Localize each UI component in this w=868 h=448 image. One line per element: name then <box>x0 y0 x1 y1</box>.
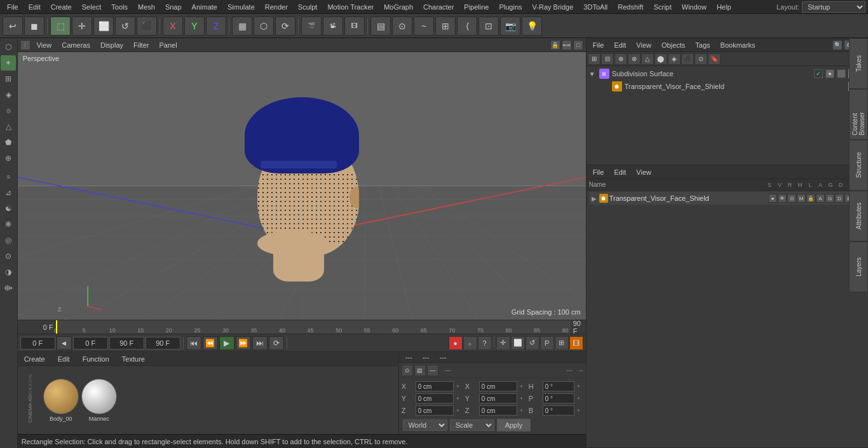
x-axis-button[interactable]: X <box>163 17 183 36</box>
sidebar-icon-13[interactable]: ⊙ <box>1 248 16 264</box>
refresh-button[interactable]: ⟳ <box>275 17 295 36</box>
menu-mograph[interactable]: MoGraph <box>379 2 417 12</box>
apply-button[interactable]: Apply <box>497 419 531 431</box>
timeline-ruler[interactable]: 0 5 10 15 20 25 30 35 40 45 50 55 60 65 … <box>56 320 571 334</box>
render-view-button[interactable]: 🎬 <box>301 17 322 36</box>
layer-btn-vis[interactable]: 👁 <box>778 194 787 203</box>
anim-key-btn[interactable]: ⬦ <box>463 336 477 350</box>
obj-check-subdivision[interactable]: ✓ <box>814 69 823 78</box>
viewport-menu-panel[interactable]: Panel <box>155 40 180 50</box>
menu-vray[interactable]: V-Ray Bridge <box>528 2 578 12</box>
layer-btn-lock[interactable]: 🔒 <box>806 194 815 203</box>
scale-button[interactable]: ⬜ <box>93 17 114 36</box>
material-ball-mannec[interactable] <box>81 379 117 414</box>
layer-btn-deform[interactable]: D <box>835 194 844 203</box>
obj-tool-5[interactable]: △ <box>641 53 654 65</box>
anim-to-start[interactable]: ⏮ <box>186 336 201 350</box>
sidebar-icon-10[interactable]: ☯ <box>1 201 16 216</box>
menu-redshift[interactable]: Redshift <box>613 2 648 12</box>
vp-ctrl-max[interactable]: □ <box>573 40 583 50</box>
obj-tool-3[interactable]: ⊕ <box>614 53 627 65</box>
undo-button[interactable]: ↩ <box>3 17 23 36</box>
obj-tool-1[interactable]: ⊞ <box>588 53 600 65</box>
attr-icon-1[interactable]: ⊙ <box>402 365 413 376</box>
obj-menu-objects[interactable]: Objects <box>658 40 689 50</box>
camera-button[interactable]: 📷 <box>500 17 520 36</box>
obj-tool-9[interactable]: ⊙ <box>695 53 707 65</box>
sidebar-icon-7[interactable]: ⬟ <box>1 135 16 150</box>
sidebar-icon-12[interactable]: ◎ <box>1 233 16 248</box>
vp-ctrl-lock[interactable]: 🔒 <box>550 40 560 50</box>
menu-animate[interactable]: Animate <box>187 2 222 12</box>
menu-pipeline[interactable]: Pipeline <box>459 2 493 12</box>
coord-x2-field[interactable] <box>479 381 517 391</box>
menu-select[interactable]: Select <box>78 2 106 12</box>
obj-extra-subdivision[interactable] <box>837 69 846 78</box>
obj-tool-6[interactable]: ⬤ <box>654 53 667 65</box>
menu-sculpt[interactable]: Sculpt <box>294 2 322 12</box>
obj-tool-7[interactable]: ◈ <box>668 53 681 65</box>
scale-dropdown[interactable]: Scale <box>450 419 494 431</box>
tab-layers[interactable]: Layers <box>849 241 868 292</box>
anim-end-frame-1[interactable] <box>109 337 144 350</box>
y-axis-button[interactable]: Y <box>184 17 205 36</box>
sidebar-icon-5[interactable]: ⌾ <box>1 103 16 118</box>
obj-search-icon[interactable]: 🔍 <box>832 40 843 50</box>
material-mannec[interactable]: Mannec <box>81 379 117 422</box>
material-menu-create[interactable]: Create <box>20 354 49 364</box>
sphere-button[interactable]: ⊙ <box>392 17 412 36</box>
anim-grid-btn[interactable]: ⊞ <box>555 336 569 350</box>
sidebar-icon-8[interactable]: ⊕ <box>1 151 16 166</box>
layer-btn-anim[interactable]: A <box>816 194 825 203</box>
obj-row-subdivision[interactable]: ▼ ⊞ Subdivision Surface ✓ ● ⋮ <box>589 67 865 80</box>
scene-button[interactable]: ⊡ <box>478 17 499 36</box>
deform-button[interactable]: ⟨ <box>457 17 477 36</box>
tab-content-browser[interactable]: Content Browser <box>849 89 868 140</box>
anim-end-frame-2[interactable] <box>146 337 180 350</box>
spline-button[interactable]: ~ <box>414 17 434 36</box>
move-button[interactable]: ✛ <box>72 17 92 36</box>
attr-icon-2[interactable]: ▤ <box>414 365 426 376</box>
coord-b-field[interactable] <box>543 405 574 416</box>
tab-attributes[interactable]: Attributes <box>849 191 868 241</box>
viewport-menu-view[interactable]: View <box>33 40 56 50</box>
sidebar-icon-11[interactable]: ❋ <box>1 217 16 232</box>
sidebar-icon-6[interactable]: △ <box>1 119 16 134</box>
menu-character[interactable]: Character <box>419 2 458 12</box>
cube-3d-button[interactable]: ▤ <box>370 17 391 36</box>
layer-btn-render[interactable]: ⊙ <box>787 194 796 203</box>
select-button[interactable]: ⬚ <box>50 17 71 36</box>
menu-simulate[interactable]: Simulate <box>223 2 259 12</box>
light-button[interactable]: 💡 <box>522 17 542 36</box>
obj-expand-subdivision[interactable]: ▼ <box>589 71 597 78</box>
sidebar-icon-14[interactable]: ◑ <box>1 264 16 280</box>
stop-button[interactable]: ◼ <box>24 17 44 36</box>
obj-tool-10[interactable]: 🔖 <box>708 53 721 65</box>
coord-p-field[interactable] <box>543 393 574 404</box>
obj-menu-bookmarks[interactable]: Bookmarks <box>717 40 759 50</box>
anim-record-btn[interactable]: ● <box>449 336 463 350</box>
anim-move-btn[interactable]: ✛ <box>496 336 510 350</box>
anim-loop[interactable]: ⟳ <box>269 336 284 350</box>
menu-snap[interactable]: Snap <box>161 2 186 12</box>
anim-play[interactable]: ▶ <box>219 336 234 350</box>
sidebar-icon-4[interactable]: ◈ <box>1 87 16 102</box>
anim-box-btn[interactable]: ⬜ <box>511 336 525 350</box>
obj-menu-view[interactable]: View <box>632 40 655 50</box>
anim-pin-btn[interactable]: P <box>540 336 554 350</box>
layer-btn-solo[interactable]: ● <box>768 194 777 203</box>
layer-menu-view[interactable]: View <box>632 167 655 177</box>
menu-window[interactable]: Window <box>677 2 711 12</box>
sidebar-icon-1[interactable]: ⬡ <box>1 39 16 55</box>
obj-row-visor[interactable]: ⬟ Transparent_Visor_Face_Shield ⋮ <box>589 80 865 93</box>
layer-btn-gen[interactable]: G <box>825 194 834 203</box>
sidebar-icon-3[interactable]: ⊞ <box>1 71 16 86</box>
ipr-button[interactable]: 📽 <box>323 17 343 36</box>
obj-tool-4[interactable]: ⊗ <box>628 53 641 65</box>
obj-tool-2[interactable]: ⊟ <box>601 53 614 65</box>
material-menu-edit[interactable]: Edit <box>54 354 74 364</box>
obj-tool-8[interactable]: ⬛ <box>681 53 694 65</box>
layer-row-visor[interactable]: ▶ ⬟ Transparent_Visor_Face_Shield ● 👁 ⊙ … <box>589 192 865 205</box>
timeline-playhead[interactable] <box>56 320 57 334</box>
anim-help-btn[interactable]: ? <box>478 336 492 350</box>
